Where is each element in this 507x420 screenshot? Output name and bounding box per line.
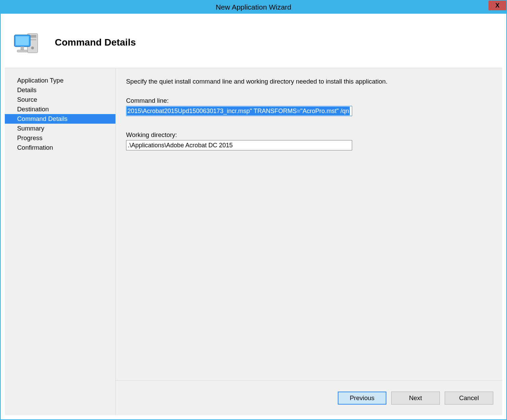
wizard-main: Specify the quiet install command line a… [116, 68, 502, 415]
nav-item-application-type[interactable]: Application Type [5, 76, 115, 85]
close-icon: X [495, 2, 499, 9]
command-line-label: Command line: [126, 97, 492, 104]
wizard-window: New Application Wizard X Command Details [0, 0, 507, 420]
command-line-value: 2015\Acrobat2015Upd1500630173_incr.msp" … [127, 107, 350, 115]
working-directory-input[interactable]: .\Applications\Adobe Acrobat DC 2015 [126, 140, 352, 150]
nav-item-confirmation[interactable]: Confirmation [5, 143, 115, 152]
working-directory-value: .\Applications\Adobe Acrobat DC 2015 [128, 142, 233, 149]
content-area: Command Details Application Type Details… [5, 17, 502, 415]
close-button[interactable]: X [489, 1, 506, 10]
svg-point-3 [31, 47, 34, 49]
wizard-footer: Previous Next Cancel [116, 380, 502, 415]
next-button[interactable]: Next [391, 392, 440, 405]
nav-item-progress[interactable]: Progress [5, 133, 115, 143]
svg-rect-5 [16, 36, 29, 45]
nav-item-summary[interactable]: Summary [5, 124, 115, 133]
wizard-header: Command Details [5, 17, 502, 68]
nav-item-command-details[interactable]: Command Details [5, 114, 115, 124]
nav-item-source[interactable]: Source [5, 95, 115, 104]
working-directory-group: Working directory: .\Applications\Adobe … [126, 131, 492, 150]
nav-item-details[interactable]: Details [5, 85, 115, 95]
wizard-nav: Application Type Details Source Destinat… [5, 68, 116, 415]
working-directory-label: Working directory: [126, 131, 492, 139]
command-line-group: Command line: 2015\Acrobat2015Upd1500630… [126, 97, 492, 116]
wizard-body: Application Type Details Source Destinat… [5, 68, 502, 415]
main-body: Specify the quiet install command line a… [116, 68, 502, 380]
instruction-text: Specify the quiet install command line a… [126, 78, 492, 85]
command-line-input[interactable]: 2015\Acrobat2015Upd1500630173_incr.msp" … [126, 106, 352, 116]
cancel-button[interactable]: Cancel [445, 392, 493, 405]
nav-item-destination[interactable]: Destination [5, 104, 115, 114]
application-icon [12, 27, 41, 58]
svg-rect-7 [17, 50, 27, 52]
page-title: Command Details [55, 37, 136, 48]
svg-rect-6 [21, 47, 24, 50]
previous-button[interactable]: Previous [338, 392, 386, 405]
window-title: New Application Wizard [216, 3, 292, 11]
titlebar[interactable]: New Application Wizard X [1, 1, 506, 14]
